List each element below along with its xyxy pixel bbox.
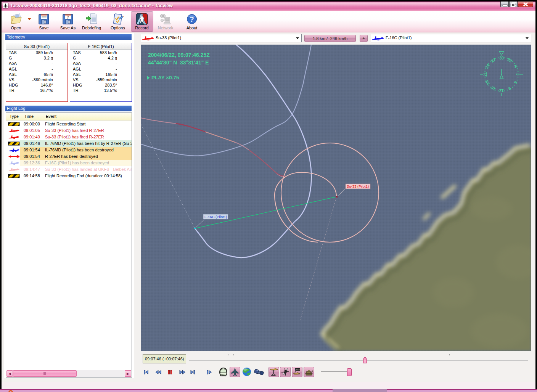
svg-text:12: 12 — [499, 88, 504, 93]
svg-text:PLAY ×0.75: PLAY ×0.75 — [151, 75, 179, 80]
svg-text:Su-33 (Pilot1): Su-33 (Pilot1) — [347, 184, 369, 188]
svg-text:?: ? — [190, 16, 194, 23]
svg-text:2004/06/22, 09:07:46.25Z: 2004/06/22, 09:07:46.25Z — [148, 52, 210, 58]
svg-text:Attack: Attack — [296, 369, 300, 371]
svg-text:3: 3 — [516, 73, 520, 76]
svg-text:30: 30 — [499, 56, 504, 60]
svg-text:F-16C (Pilot1): F-16C (Pilot1) — [204, 215, 227, 219]
svg-text:21: 21 — [483, 72, 487, 77]
svg-text:44°44'30" N 33°31'41" E: 44°44'30" N 33°31'41" E — [148, 59, 209, 66]
svg-text:?: ? — [67, 15, 69, 19]
